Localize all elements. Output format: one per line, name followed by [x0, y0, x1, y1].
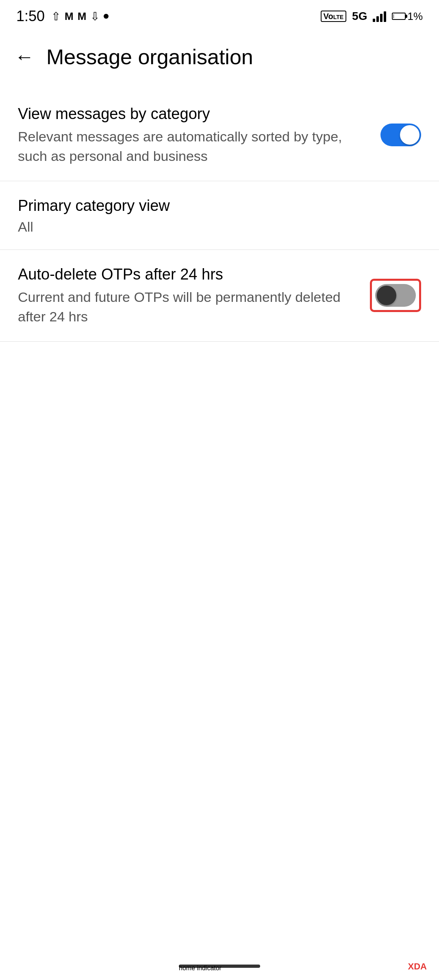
gmail-icon-2: M: [78, 10, 87, 23]
setting-primary-category[interactable]: Primary category view All: [0, 181, 439, 250]
setting-view-by-category-title: View messages by category: [18, 104, 368, 124]
battery-fill: [393, 14, 394, 18]
setting-view-by-category[interactable]: View messages by category Relevant messa…: [0, 89, 439, 181]
setting-primary-category-text: Primary category view All: [18, 196, 421, 235]
signal-bar-3: [380, 14, 382, 22]
header: ← Message organisation: [0, 33, 439, 81]
battery-percent: 1%: [407, 10, 423, 23]
status-bar: 1:50 ⇧ M M ⇩ VoLTE 5G 1%: [0, 0, 439, 33]
upload-icon: ⇧: [51, 10, 61, 23]
signal-bar-4: [384, 11, 386, 22]
download-icon: ⇩: [90, 10, 100, 23]
page-title: Message organisation: [46, 45, 253, 69]
back-button[interactable]: ←: [15, 47, 34, 67]
settings-content: View messages by category Relevant messa…: [0, 81, 439, 350]
setting-view-by-category-text: View messages by category Relevant messa…: [18, 104, 380, 166]
status-time: 1:50: [16, 8, 45, 25]
setting-primary-category-value: All: [18, 219, 409, 235]
setting-primary-category-title: Primary category view: [18, 196, 409, 216]
signal-bar-1: [373, 19, 375, 22]
battery-icon: [392, 13, 406, 20]
setting-auto-delete-otp[interactable]: Auto-delete OTPs after 24 hrs Current an…: [0, 250, 439, 342]
back-arrow-icon: ←: [15, 47, 34, 67]
battery-container: 1%: [392, 10, 423, 23]
status-dot: [104, 14, 109, 19]
setting-auto-delete-otp-text: Auto-delete OTPs after 24 hrs Current an…: [18, 265, 370, 327]
home-indicator: home indicator: [179, 965, 260, 968]
setting-auto-delete-otp-title: Auto-delete OTPs after 24 hrs: [18, 265, 358, 284]
signal-bar-2: [376, 16, 379, 22]
toggle-highlight-border: [370, 279, 421, 312]
setting-view-by-category-desc: Relevant messages are automatically sort…: [18, 127, 368, 166]
network-label: 5G: [352, 10, 367, 23]
status-left: 1:50 ⇧ M M ⇩: [16, 8, 109, 25]
gmail-icon-1: M: [65, 10, 74, 23]
setting-auto-delete-otp-desc: Current and future OTPs will be permanen…: [18, 288, 358, 326]
status-icons: ⇧ M M ⇩: [51, 10, 109, 23]
toggle-auto-delete-otp[interactable]: [375, 284, 416, 307]
toggle-view-by-category[interactable]: [380, 124, 421, 146]
status-right: VoLTE 5G 1%: [321, 10, 423, 23]
volte-badge: VoLTE: [321, 11, 346, 22]
signal-bars-icon: [373, 11, 386, 22]
xda-watermark: XDA: [408, 961, 427, 972]
